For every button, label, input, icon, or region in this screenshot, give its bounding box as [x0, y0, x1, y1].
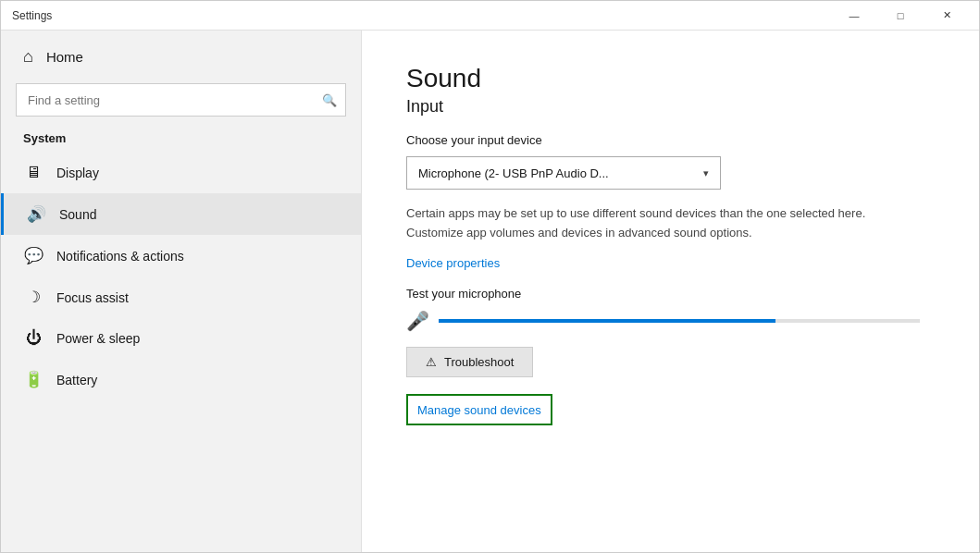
sidebar-power-label: Power & sleep: [56, 331, 140, 346]
sidebar-item-power[interactable]: ⏻ Power & sleep: [1, 318, 361, 359]
manage-sound-devices-link[interactable]: Manage sound devices: [417, 403, 541, 417]
window-title: Settings: [12, 9, 52, 22]
sidebar-display-label: Display: [56, 166, 99, 180]
window-controls: — □ ✕: [833, 2, 968, 30]
sidebar: ⌂ Home 🔍 System 🖥 Display 🔊 Sound: [1, 31, 362, 552]
sidebar-item-sound[interactable]: 🔊 Sound: [1, 193, 361, 235]
home-label: Home: [46, 49, 83, 65]
chevron-down-icon: ▾: [703, 167, 709, 179]
sidebar-sound-label: Sound: [59, 207, 96, 222]
test-mic-label: Test your microphone: [406, 287, 935, 301]
sidebar-notifications-label: Notifications & actions: [56, 249, 184, 264]
battery-icon: 🔋: [23, 370, 43, 389]
mic-bar-track: [439, 319, 920, 323]
sidebar-battery-label: Battery: [56, 373, 97, 387]
content-area: ⌂ Home 🔍 System 🖥 Display 🔊 Sound: [1, 31, 979, 552]
troubleshoot-icon: ⚠: [426, 355, 437, 369]
sidebar-item-battery[interactable]: 🔋 Battery: [1, 359, 361, 400]
maximize-button[interactable]: □: [879, 2, 922, 30]
section-title: Input: [406, 97, 935, 117]
sidebar-item-notifications[interactable]: 💬 Notifications & actions: [1, 235, 361, 276]
troubleshoot-button[interactable]: ⚠ Troubleshoot: [406, 347, 533, 377]
close-button[interactable]: ✕: [925, 2, 968, 30]
system-section-label: System: [1, 128, 361, 153]
manage-sound-devices-box: Manage sound devices: [406, 394, 552, 425]
search-box: 🔍: [16, 83, 346, 117]
troubleshoot-label: Troubleshoot: [444, 355, 514, 369]
input-device-label: Choose your input device: [406, 133, 935, 147]
search-icon: 🔍: [322, 93, 337, 107]
sidebar-item-home[interactable]: ⌂ Home: [1, 38, 361, 76]
mic-bar-fill: [439, 319, 775, 323]
input-device-dropdown[interactable]: Microphone (2- USB PnP Audio D... ▾: [406, 156, 721, 190]
minimize-button[interactable]: —: [833, 2, 875, 30]
sidebar-item-focus[interactable]: ☽ Focus assist: [1, 276, 361, 318]
sound-icon: 🔊: [26, 204, 46, 224]
info-text: Certain apps may be set up to use differ…: [406, 204, 924, 243]
main-content: Sound Input Choose your input device Mic…: [362, 31, 979, 552]
page-title: Sound: [406, 64, 935, 93]
selected-device-text: Microphone (2- USB PnP Audio D...: [418, 166, 609, 180]
notifications-icon: 💬: [23, 246, 43, 265]
sidebar-item-display[interactable]: 🖥 Display: [1, 153, 361, 193]
home-icon: ⌂: [23, 47, 33, 67]
power-icon: ⏻: [23, 329, 43, 348]
sidebar-focus-label: Focus assist: [56, 290, 129, 305]
mic-bar-row: 🎤: [406, 310, 935, 332]
focus-icon: ☽: [23, 288, 43, 307]
search-input[interactable]: [16, 83, 346, 117]
device-properties-link[interactable]: Device properties: [406, 256, 500, 270]
display-icon: 🖥: [23, 164, 43, 182]
microphone-icon: 🎤: [406, 310, 429, 332]
title-bar: Settings — □ ✕: [1, 1, 979, 31]
